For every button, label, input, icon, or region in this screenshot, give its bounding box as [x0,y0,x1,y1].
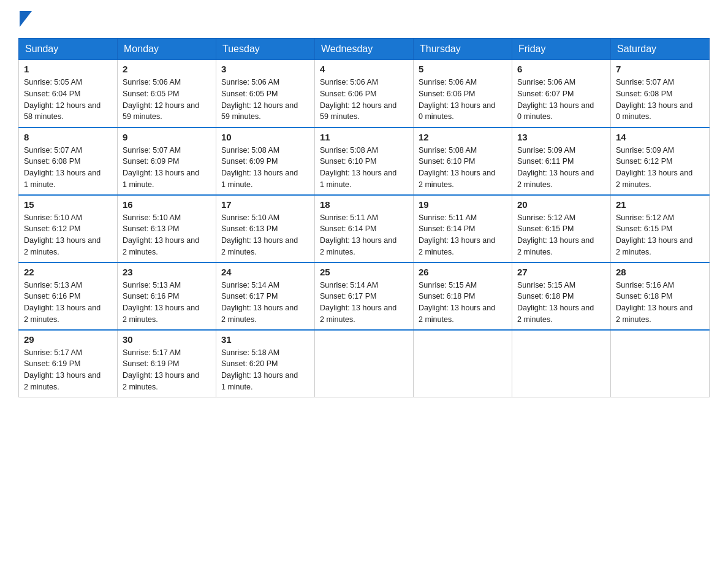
day-number: 30 [123,334,211,345]
day-number: 8 [24,132,112,142]
header-day-sunday: Sunday [19,39,118,60]
day-number: 23 [123,267,211,277]
day-info: Sunrise: 5:08 AMSunset: 6:10 PMDaylight:… [419,145,507,191]
svg-marker-0 [20,11,32,27]
calendar-week-row: 8Sunrise: 5:07 AMSunset: 6:08 PMDaylight… [19,128,710,195]
calendar-cell: 29Sunrise: 5:17 AMSunset: 6:19 PMDayligh… [19,330,118,397]
day-number: 5 [419,64,507,74]
day-number: 16 [123,199,211,210]
calendar-week-row: 15Sunrise: 5:10 AMSunset: 6:12 PMDayligh… [19,195,710,262]
day-info: Sunrise: 5:07 AMSunset: 6:08 PMDaylight:… [24,145,112,191]
day-number: 24 [221,267,309,277]
calendar-cell: 15Sunrise: 5:10 AMSunset: 6:12 PMDayligh… [19,195,118,262]
day-info: Sunrise: 5:06 AMSunset: 6:07 PMDaylight:… [517,77,605,123]
calendar-week-row: 1Sunrise: 5:05 AMSunset: 6:04 PMDaylight… [19,60,710,128]
day-number: 22 [24,267,112,277]
day-info: Sunrise: 5:06 AMSunset: 6:05 PMDaylight:… [221,77,309,123]
day-info: Sunrise: 5:18 AMSunset: 6:20 PMDaylight:… [221,347,309,393]
calendar-week-row: 22Sunrise: 5:13 AMSunset: 6:16 PMDayligh… [19,262,710,330]
day-number: 6 [517,64,605,74]
day-number: 25 [320,267,408,277]
day-info: Sunrise: 5:16 AMSunset: 6:18 PMDaylight:… [616,280,704,326]
calendar-cell: 8Sunrise: 5:07 AMSunset: 6:08 PMDaylight… [19,128,118,195]
calendar-cell: 13Sunrise: 5:09 AMSunset: 6:11 PMDayligh… [512,128,611,195]
day-info: Sunrise: 5:07 AMSunset: 6:08 PMDaylight:… [616,77,704,123]
day-number: 10 [221,132,309,142]
calendar-cell: 22Sunrise: 5:13 AMSunset: 6:16 PMDayligh… [19,262,118,330]
day-number: 26 [419,267,507,277]
header-day-thursday: Thursday [414,39,512,60]
day-number: 17 [221,199,309,210]
day-info: Sunrise: 5:09 AMSunset: 6:11 PMDaylight:… [517,145,605,191]
calendar-cell: 2Sunrise: 5:06 AMSunset: 6:05 PMDaylight… [118,60,216,128]
day-number: 19 [419,199,507,210]
day-info: Sunrise: 5:06 AMSunset: 6:06 PMDaylight:… [419,77,507,123]
day-info: Sunrise: 5:08 AMSunset: 6:10 PMDaylight:… [320,145,408,191]
day-info: Sunrise: 5:11 AMSunset: 6:14 PMDaylight:… [320,212,408,258]
day-number: 12 [419,132,507,142]
calendar-cell: 21Sunrise: 5:12 AMSunset: 6:15 PMDayligh… [611,195,710,262]
day-info: Sunrise: 5:10 AMSunset: 6:12 PMDaylight:… [24,212,112,258]
day-info: Sunrise: 5:15 AMSunset: 6:18 PMDaylight:… [419,280,507,326]
calendar-week-row: 29Sunrise: 5:17 AMSunset: 6:19 PMDayligh… [19,330,710,397]
calendar-cell: 16Sunrise: 5:10 AMSunset: 6:13 PMDayligh… [118,195,216,262]
day-number: 27 [517,267,605,277]
calendar-cell: 26Sunrise: 5:15 AMSunset: 6:18 PMDayligh… [414,262,512,330]
calendar-cell: 23Sunrise: 5:13 AMSunset: 6:16 PMDayligh… [118,262,216,330]
calendar-cell: 31Sunrise: 5:18 AMSunset: 6:20 PMDayligh… [216,330,315,397]
day-info: Sunrise: 5:12 AMSunset: 6:15 PMDaylight:… [517,212,605,258]
calendar-cell: 27Sunrise: 5:15 AMSunset: 6:18 PMDayligh… [512,262,611,330]
header-day-monday: Monday [118,39,216,60]
calendar-cell: 19Sunrise: 5:11 AMSunset: 6:14 PMDayligh… [414,195,512,262]
day-info: Sunrise: 5:06 AMSunset: 6:06 PMDaylight:… [320,77,408,123]
calendar-cell: 10Sunrise: 5:08 AMSunset: 6:09 PMDayligh… [216,128,315,195]
calendar-cell: 24Sunrise: 5:14 AMSunset: 6:17 PMDayligh… [216,262,315,330]
day-info: Sunrise: 5:05 AMSunset: 6:04 PMDaylight:… [24,77,112,123]
calendar-cell: 25Sunrise: 5:14 AMSunset: 6:17 PMDayligh… [315,262,414,330]
day-info: Sunrise: 5:11 AMSunset: 6:14 PMDaylight:… [419,212,507,258]
day-info: Sunrise: 5:08 AMSunset: 6:09 PMDaylight:… [221,145,309,191]
calendar-cell: 28Sunrise: 5:16 AMSunset: 6:18 PMDayligh… [611,262,710,330]
calendar-cell: 6Sunrise: 5:06 AMSunset: 6:07 PMDaylight… [512,60,611,128]
day-info: Sunrise: 5:14 AMSunset: 6:17 PMDaylight:… [320,280,408,326]
calendar-cell: 18Sunrise: 5:11 AMSunset: 6:14 PMDayligh… [315,195,414,262]
day-info: Sunrise: 5:07 AMSunset: 6:09 PMDaylight:… [123,145,211,191]
header-day-friday: Friday [512,39,611,60]
calendar-table: SundayMondayTuesdayWednesdayThursdayFrid… [18,38,710,397]
calendar-cell: 5Sunrise: 5:06 AMSunset: 6:06 PMDaylight… [414,60,512,128]
day-number: 21 [616,199,704,210]
day-number: 7 [616,64,704,74]
day-info: Sunrise: 5:06 AMSunset: 6:05 PMDaylight:… [123,77,211,123]
day-number: 2 [123,64,211,74]
day-number: 3 [221,64,309,74]
day-info: Sunrise: 5:10 AMSunset: 6:13 PMDaylight:… [123,212,211,258]
day-number: 9 [123,132,211,142]
calendar-header-row: SundayMondayTuesdayWednesdayThursdayFrid… [19,39,710,60]
day-info: Sunrise: 5:17 AMSunset: 6:19 PMDaylight:… [24,347,112,393]
header-day-wednesday: Wednesday [315,39,414,60]
day-info: Sunrise: 5:09 AMSunset: 6:12 PMDaylight:… [616,145,704,191]
day-number: 28 [616,267,704,277]
day-number: 14 [616,132,704,142]
day-info: Sunrise: 5:17 AMSunset: 6:19 PMDaylight:… [123,347,211,393]
header-day-tuesday: Tuesday [216,39,315,60]
day-number: 13 [517,132,605,142]
day-number: 4 [320,64,408,74]
day-number: 31 [221,334,309,345]
day-number: 29 [24,334,112,345]
day-info: Sunrise: 5:12 AMSunset: 6:15 PMDaylight:… [616,212,704,258]
day-number: 1 [24,64,112,74]
calendar-cell: 17Sunrise: 5:10 AMSunset: 6:13 PMDayligh… [216,195,315,262]
calendar-cell: 30Sunrise: 5:17 AMSunset: 6:19 PMDayligh… [118,330,216,397]
calendar-cell: 3Sunrise: 5:06 AMSunset: 6:05 PMDaylight… [216,60,315,128]
calendar-cell: 20Sunrise: 5:12 AMSunset: 6:15 PMDayligh… [512,195,611,262]
calendar-cell: 12Sunrise: 5:08 AMSunset: 6:10 PMDayligh… [414,128,512,195]
day-info: Sunrise: 5:14 AMSunset: 6:17 PMDaylight:… [221,280,309,326]
day-info: Sunrise: 5:13 AMSunset: 6:16 PMDaylight:… [24,280,112,326]
day-info: Sunrise: 5:13 AMSunset: 6:16 PMDaylight:… [123,280,211,326]
day-info: Sunrise: 5:10 AMSunset: 6:13 PMDaylight:… [221,212,309,258]
day-number: 15 [24,199,112,210]
calendar-cell: 11Sunrise: 5:08 AMSunset: 6:10 PMDayligh… [315,128,414,195]
calendar-cell: 9Sunrise: 5:07 AMSunset: 6:09 PMDaylight… [118,128,216,195]
day-number: 11 [320,132,408,142]
